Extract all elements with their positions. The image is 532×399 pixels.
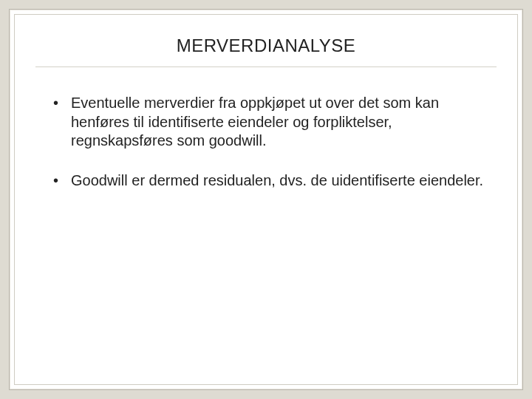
bullet-item: Goodwill er dermed residualen, dvs. de u… [71,171,497,191]
slide-title: MERVERDIANALYSE [35,35,497,56]
slide-inner-frame: MERVERDIANALYSE Eventuelle merverdier fr… [14,14,518,385]
bullet-item: Eventuelle merverdier fra oppkjøpet ut o… [71,94,497,151]
title-block: MERVERDIANALYSE [35,15,497,67]
bullet-list: Eventuelle merverdier fra oppkjøpet ut o… [35,94,497,211]
slide-outer-frame: MERVERDIANALYSE Eventuelle merverdier fr… [9,9,523,390]
